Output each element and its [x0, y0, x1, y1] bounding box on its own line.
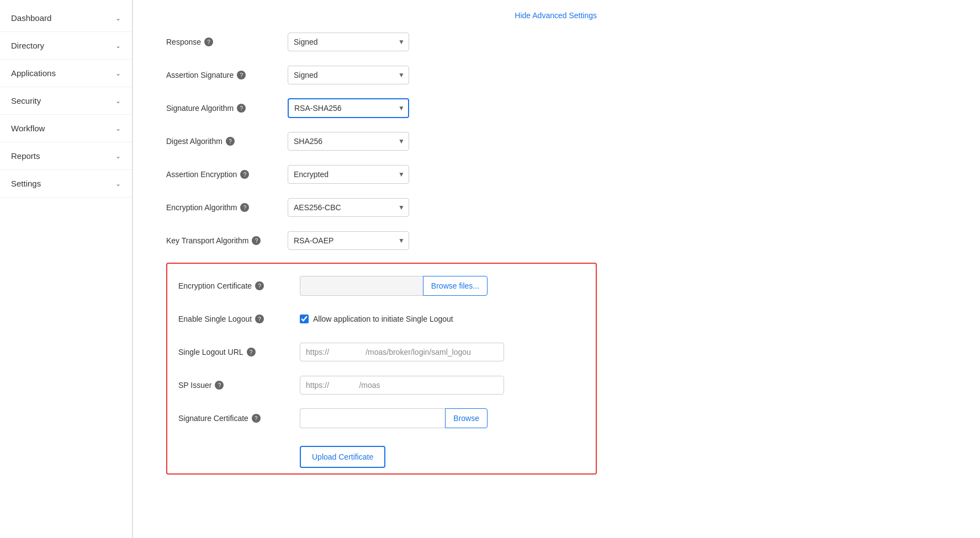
chevron-down-icon: ⌄ [115, 125, 121, 132]
sidebar-item-label: Workflow [11, 124, 45, 133]
signature-cert-file-input[interactable] [300, 408, 445, 428]
main-content: Hide Advanced Settings Response ? Signed… [133, 0, 980, 538]
sidebar-item-security[interactable]: Security ⌄ [0, 87, 132, 115]
single-logout-url-label: Single Logout URL ? [178, 348, 300, 356]
sidebar: Dashboard ⌄ Directory ⌄ Applications ⌄ S… [0, 0, 133, 538]
sp-issuer-label: SP Issuer ? [178, 381, 300, 390]
response-select-wrapper: Signed Unsigned ▼ [288, 33, 409, 51]
sidebar-item-label: Reports [11, 151, 40, 161]
sidebar-item-applications[interactable]: Applications ⌄ [0, 60, 132, 87]
chevron-down-icon: ⌄ [115, 42, 121, 50]
digest-algorithm-help-icon[interactable]: ? [226, 137, 235, 146]
signature-algorithm-select-wrapper: RSA-SHA256 RSA-SHA384 RSA-SHA512 ▼ [288, 98, 409, 118]
signature-cert-row: Signature Certificate ? Browse [178, 407, 585, 429]
enable-single-logout-help-icon[interactable]: ? [255, 315, 264, 323]
sidebar-item-directory[interactable]: Directory ⌄ [0, 32, 132, 60]
signature-algorithm-help-icon[interactable]: ? [237, 104, 246, 113]
assertion-encryption-select-wrapper: Encrypted Unencrypted ▼ [288, 165, 409, 184]
sidebar-item-settings[interactable]: Settings ⌄ [0, 170, 132, 198]
sp-issuer-help-icon[interactable]: ? [215, 381, 224, 390]
digest-algorithm-control: SHA256 SHA384 SHA512 ▼ [288, 132, 597, 151]
encryption-cert-file-input[interactable] [300, 276, 423, 296]
single-logout-checkbox-label[interactable]: Allow application to initiate Single Log… [313, 315, 453, 323]
signature-cert-help-icon[interactable]: ? [252, 414, 261, 423]
assertion-signature-select-wrapper: Signed Unsigned ▼ [288, 66, 409, 84]
assertion-encryption-label: Assertion Encryption ? [166, 170, 288, 179]
single-logout-url-row: Single Logout URL ? [178, 341, 585, 363]
key-transport-label: Key Transport Algorithm ? [166, 236, 288, 245]
chevron-down-icon: ⌄ [115, 14, 121, 22]
sidebar-item-label: Dashboard [11, 13, 51, 23]
key-transport-select-wrapper: RSA-OAEP RSA-v1.5 ▼ [288, 231, 409, 250]
hide-advanced-link[interactable]: Hide Advanced Settings [515, 11, 597, 20]
single-logout-url-control [300, 343, 585, 361]
signature-cert-browse-button[interactable]: Browse [445, 408, 488, 428]
key-transport-row: Key Transport Algorithm ? RSA-OAEP RSA-v… [166, 230, 597, 252]
encryption-cert-help-icon[interactable]: ? [255, 281, 264, 290]
assertion-signature-row: Assertion Signature ? Signed Unsigned ▼ [166, 64, 597, 86]
response-label: Response ? [166, 38, 288, 46]
assertion-encryption-control: Encrypted Unencrypted ▼ [288, 165, 597, 184]
signature-cert-file-row: Browse [300, 408, 488, 428]
digest-algorithm-select-wrapper: SHA256 SHA384 SHA512 ▼ [288, 132, 409, 151]
response-select[interactable]: Signed Unsigned [288, 33, 409, 51]
assertion-encryption-help-icon[interactable]: ? [240, 170, 249, 179]
sp-issuer-input[interactable] [300, 376, 504, 395]
enable-single-logout-control: Allow application to initiate Single Log… [300, 315, 585, 323]
assertion-encryption-select[interactable]: Encrypted Unencrypted [288, 165, 409, 184]
sidebar-item-dashboard[interactable]: Dashboard ⌄ [0, 4, 132, 32]
sp-issuer-control [300, 376, 585, 395]
key-transport-control: RSA-OAEP RSA-v1.5 ▼ [288, 231, 597, 250]
encryption-algorithm-help-icon[interactable]: ? [240, 203, 249, 212]
encryption-algorithm-row: Encryption Algorithm ? AES256-CBC AES128… [166, 196, 597, 219]
response-row: Response ? Signed Unsigned ▼ [166, 31, 597, 53]
assertion-signature-help-icon[interactable]: ? [237, 71, 246, 79]
single-logout-checkbox[interactable] [300, 315, 309, 323]
sp-issuer-row: SP Issuer ? [178, 374, 585, 396]
encryption-cert-file-row: Browse files... [300, 276, 488, 296]
single-logout-checkbox-row: Allow application to initiate Single Log… [300, 315, 585, 323]
encryption-algorithm-label: Encryption Algorithm ? [166, 203, 288, 212]
signature-algorithm-row: Signature Algorithm ? RSA-SHA256 RSA-SHA… [166, 97, 597, 119]
encryption-cert-label: Encryption Certificate ? [178, 281, 300, 290]
signature-cert-label: Signature Certificate ? [178, 414, 300, 423]
sidebar-item-label: Settings [11, 179, 41, 188]
signature-cert-control: Browse [300, 408, 585, 428]
key-transport-select[interactable]: RSA-OAEP RSA-v1.5 [288, 231, 409, 250]
assertion-signature-label: Assertion Signature ? [166, 71, 288, 79]
digest-algorithm-select[interactable]: SHA256 SHA384 SHA512 [288, 132, 409, 151]
encryption-algorithm-select-wrapper: AES256-CBC AES128-CBC AES256-GCM ▼ [288, 198, 409, 217]
assertion-encryption-row: Assertion Encryption ? Encrypted Unencry… [166, 163, 597, 185]
sidebar-item-label: Applications [11, 68, 56, 78]
encryption-cert-row: Encryption Certificate ? Browse files... [178, 275, 585, 297]
assertion-signature-control: Signed Unsigned ▼ [288, 66, 597, 84]
enable-single-logout-label: Enable Single Logout ? [178, 315, 300, 323]
assertion-signature-select[interactable]: Signed Unsigned [288, 66, 409, 84]
sidebar-item-label: Security [11, 96, 41, 105]
upload-certificate-button[interactable]: Upload Certificate [300, 446, 385, 468]
digest-algorithm-row: Digest Algorithm ? SHA256 SHA384 SHA512 … [166, 130, 597, 152]
enable-single-logout-row: Enable Single Logout ? Allow application… [178, 308, 585, 330]
signature-algorithm-control: RSA-SHA256 RSA-SHA384 RSA-SHA512 ▼ [288, 98, 597, 118]
sidebar-item-workflow[interactable]: Workflow ⌄ [0, 115, 132, 142]
chevron-down-icon: ⌄ [115, 97, 121, 105]
response-help-icon[interactable]: ? [204, 38, 213, 46]
sidebar-item-reports[interactable]: Reports ⌄ [0, 142, 132, 170]
highlighted-section: Encryption Certificate ? Browse files...… [166, 263, 597, 475]
sidebar-item-label: Directory [11, 41, 44, 50]
digest-algorithm-label: Digest Algorithm ? [166, 137, 288, 146]
single-logout-url-input[interactable] [300, 343, 504, 361]
chevron-down-icon: ⌄ [115, 152, 121, 160]
encryption-algorithm-control: AES256-CBC AES128-CBC AES256-GCM ▼ [288, 198, 597, 217]
single-logout-url-help-icon[interactable]: ? [247, 348, 256, 356]
encryption-algorithm-select[interactable]: AES256-CBC AES128-CBC AES256-GCM [288, 198, 409, 217]
signature-algorithm-select[interactable]: RSA-SHA256 RSA-SHA384 RSA-SHA512 [288, 98, 409, 118]
response-control: Signed Unsigned ▼ [288, 33, 597, 51]
chevron-down-icon: ⌄ [115, 180, 121, 188]
hide-advanced-section: Hide Advanced Settings [166, 11, 597, 20]
encryption-cert-browse-button[interactable]: Browse files... [423, 276, 488, 296]
encryption-cert-control: Browse files... [300, 276, 585, 296]
signature-algorithm-label: Signature Algorithm ? [166, 104, 288, 113]
key-transport-help-icon[interactable]: ? [252, 236, 261, 245]
chevron-down-icon: ⌄ [115, 70, 121, 77]
